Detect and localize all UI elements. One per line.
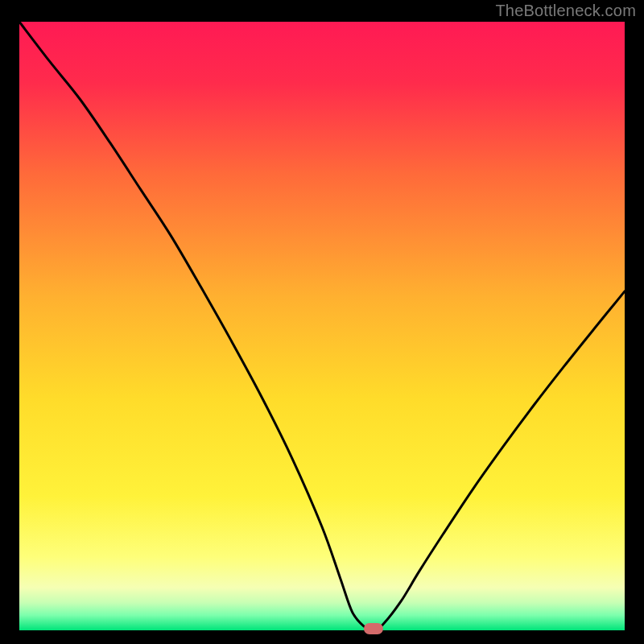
chart-frame: TheBottleneck.com xyxy=(0,0,644,644)
bottleneck-chart xyxy=(0,0,644,644)
min-marker xyxy=(364,623,383,634)
watermark-text: TheBottleneck.com xyxy=(495,2,636,20)
plot-background xyxy=(19,22,625,630)
